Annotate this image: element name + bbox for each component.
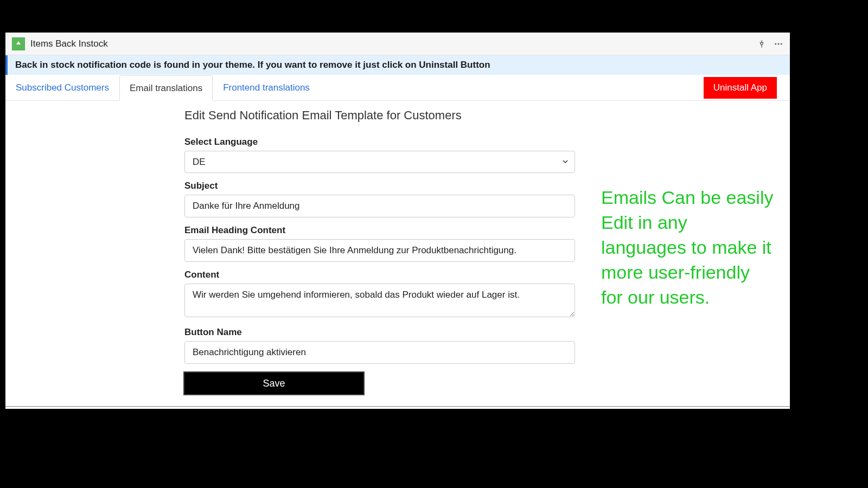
- uninstall-label: Uninstall App: [713, 82, 767, 93]
- divider: [5, 406, 790, 407]
- tabs-row: Subscribed Customers Email translations …: [5, 75, 790, 101]
- banner-text: Back in stock notification code is found…: [15, 60, 490, 70]
- subject-label: Subject: [184, 181, 575, 191]
- tab-email-translations[interactable]: Email translations: [119, 75, 213, 101]
- tab-subscribed-customers[interactable]: Subscribed Customers: [5, 75, 119, 100]
- annotation-text: Emails Can be easily Edit in any languag…: [601, 185, 775, 310]
- tab-frontend-translations[interactable]: Frontend translations: [213, 75, 320, 100]
- app-logo-icon: [12, 37, 25, 50]
- content-label: Content: [184, 269, 575, 280]
- page-title: Edit Send Notification Email Template fo…: [184, 108, 575, 123]
- app-title: Items Back Instock: [30, 38, 108, 49]
- pin-icon[interactable]: [757, 40, 766, 48]
- uninstall-app-button[interactable]: Uninstall App: [704, 77, 777, 99]
- button-name-label: Button Name: [184, 327, 575, 338]
- button-name-input[interactable]: [184, 341, 575, 364]
- app-window: Items Back Instock Back in stock notific…: [5, 33, 790, 409]
- language-select[interactable]: DE: [184, 151, 575, 173]
- app-header: Items Back Instock: [5, 33, 790, 55]
- svg-point-0: [775, 43, 776, 44]
- save-label: Save: [263, 378, 285, 389]
- subject-input[interactable]: [184, 195, 575, 217]
- tab-label: Subscribed Customers: [16, 82, 109, 93]
- form-column: Edit Send Notification Email Template fo…: [184, 108, 575, 394]
- email-heading-label: Email Heading Content: [184, 225, 575, 236]
- svg-point-1: [778, 43, 780, 44]
- tab-label: Email translations: [130, 83, 202, 94]
- info-banner: Back in stock notification code is found…: [5, 55, 790, 75]
- email-heading-input[interactable]: [184, 239, 575, 262]
- language-label: Select Language: [184, 137, 575, 147]
- content-textarea[interactable]: Wir werden Sie umgehend informieren, sob…: [184, 284, 575, 317]
- more-horizontal-icon[interactable]: [774, 39, 783, 49]
- svg-point-2: [781, 43, 782, 44]
- save-button[interactable]: Save: [184, 373, 363, 394]
- tab-label: Frontend translations: [223, 82, 310, 93]
